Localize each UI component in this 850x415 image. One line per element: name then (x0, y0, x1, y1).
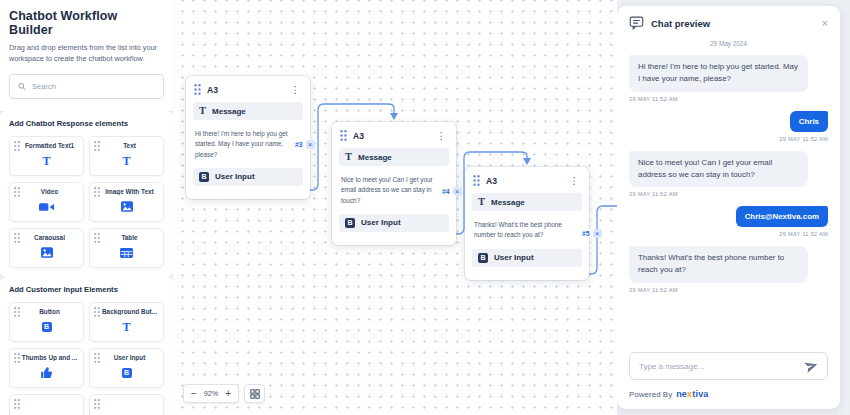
remove-connection-icon[interactable]: × (306, 140, 315, 149)
chat-message-input[interactable] (639, 362, 799, 371)
element-label: Thumbs Up and ... (20, 354, 79, 361)
element-label: Background But... (100, 308, 159, 315)
element-label: Button (20, 308, 79, 315)
message-timestamp: 29 MAY 11:52 AM (779, 136, 828, 142)
connection-label-4: #4 × (441, 187, 462, 196)
connection-id: #4 (441, 187, 451, 196)
message-timestamp: 29 MAY 11:52 AM (629, 96, 828, 102)
chat-bubble-icon (629, 16, 644, 30)
page-description: Drag and drop elements from the list int… (9, 42, 159, 65)
search-input[interactable] (32, 82, 155, 91)
element-label: Text (100, 142, 159, 149)
message-timestamp: 29 MAY 11:52 AM (629, 287, 828, 293)
connection-label-3: #3 × (294, 140, 315, 149)
chat-preview-zone: Chat preview × 29 May 2024 Hi there! I'm… (617, 0, 850, 415)
text-icon: T (122, 155, 130, 167)
bot-message: Nice to meet you! Can I get your email a… (629, 151, 808, 188)
element-card-formatted-text[interactable]: Formatted Text1 T (9, 136, 84, 176)
button-icon: B (122, 368, 132, 378)
element-grid: Formatted Text1 T Text T Video (9, 136, 164, 268)
element-card-user-input[interactable]: User Input B (89, 348, 164, 388)
bot-message: Hi there! I'm here to help you get start… (629, 55, 808, 92)
connector-lines (173, 0, 617, 415)
powered-by-label: Powered By (629, 390, 672, 399)
video-icon (39, 202, 54, 212)
connection-label-5: #5 × (581, 229, 602, 238)
element-grid: Button B Background But... T Thumbs Up a… (9, 302, 164, 415)
table-icon (120, 248, 133, 258)
chat-message-list: 29 May 2024 Hi there! I'm here to help y… (629, 36, 828, 399)
element-label: Image With Text (100, 188, 159, 195)
chat-spacer (629, 302, 828, 353)
page-title: Chatbot Workflow Builder (9, 9, 164, 37)
connection-id: #5 (581, 229, 591, 238)
button-icon: B (42, 322, 52, 332)
drag-handle-icon[interactable] (14, 399, 20, 409)
image-icon (121, 201, 133, 212)
nextiva-logo[interactable]: nextiva (676, 389, 708, 399)
user-message: Chris (790, 111, 828, 132)
send-icon[interactable] (803, 358, 819, 373)
workflow-canvas[interactable]: A3 ⋮ T Message Hi there! I'm here to hel… (173, 0, 617, 415)
chat-date: 29 May 2024 (629, 40, 828, 47)
message-timestamp: 29 MAY 11:52 AM (779, 231, 828, 237)
sidebar: Chatbot Workflow Builder Drag and drop e… (0, 0, 173, 415)
section-heading: Add Chatbot Response elements (9, 119, 164, 128)
element-card-image-with-text[interactable]: Image With Text (89, 182, 164, 222)
element-card-thumbs[interactable]: Thumbs Up and ... (9, 348, 84, 388)
remove-connection-icon[interactable]: × (453, 187, 462, 196)
remove-connection-icon[interactable]: × (593, 229, 602, 238)
bot-message: Thanks! What's the best phone number to … (629, 246, 808, 283)
element-card-button[interactable]: Button B (9, 302, 84, 342)
element-label: Formatted Text1 (20, 142, 79, 149)
section-heading: Add Customer Input Elements (9, 285, 164, 294)
chat-preview-panel: Chat preview × 29 May 2024 Hi there! I'm… (617, 6, 840, 409)
element-card-partial[interactable] (9, 394, 84, 415)
search-icon (18, 82, 26, 91)
chat-input-box[interactable] (629, 352, 828, 380)
user-message: Chris@Nextiva.com (736, 206, 828, 227)
element-card-table[interactable]: Table (89, 228, 164, 268)
chat-header: Chat preview × (629, 16, 828, 36)
carousel-icon (41, 247, 53, 258)
sidebar-header: Chatbot Workflow Builder Drag and drop e… (0, 0, 173, 111)
search-box[interactable] (9, 74, 164, 99)
section-customer-input: Add Customer Input Elements Button B Bac… (0, 277, 173, 415)
powered-by: Powered By nextiva (629, 389, 828, 399)
element-label: Table (100, 234, 159, 241)
element-card-carousel[interactable]: Caraousal (9, 228, 84, 268)
chatbot-workflow-builder-app: Chatbot Workflow Builder Drag and drop e… (0, 0, 850, 415)
connection-id: #3 (294, 140, 304, 149)
element-card-partial[interactable] (89, 394, 164, 415)
element-card-text[interactable]: Text T (89, 136, 164, 176)
text-icon: T (122, 321, 130, 333)
thumbs-up-icon (41, 367, 53, 378)
element-label: User Input (100, 354, 159, 361)
drag-handle-icon[interactable] (94, 399, 100, 409)
element-label: Video (20, 188, 79, 195)
text-icon: T (42, 155, 50, 167)
element-card-background-button[interactable]: Background But... T (89, 302, 164, 342)
element-label: Caraousal (20, 234, 79, 241)
element-card-video[interactable]: Video (9, 182, 84, 222)
message-timestamp: 29 MAY 11:52 AM (629, 191, 828, 197)
chat-preview-title: Chat preview (651, 18, 815, 29)
close-icon[interactable]: × (822, 18, 828, 29)
section-chatbot-response: Add Chatbot Response elements Formatted … (0, 111, 173, 277)
